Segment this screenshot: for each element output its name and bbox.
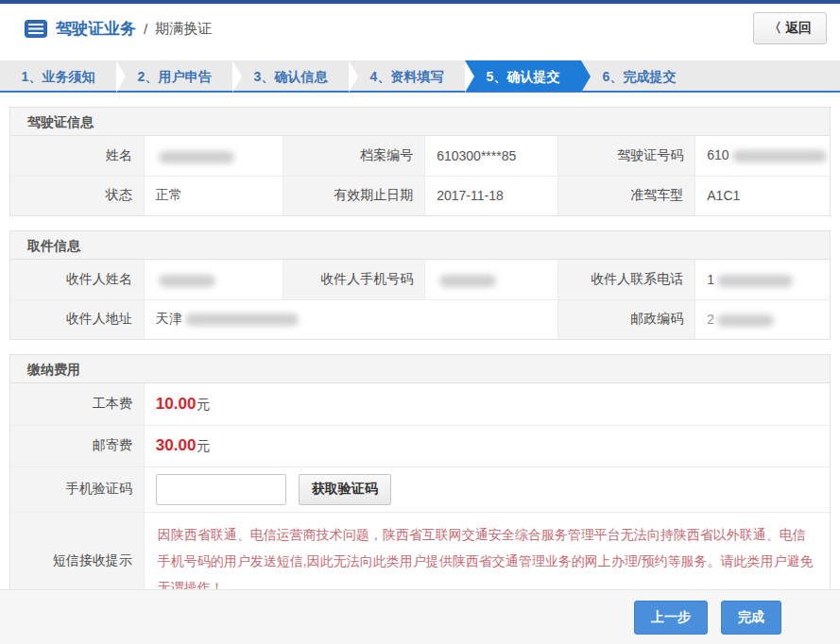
license-info-panel: 驾驶证信息 姓名 档案编号 610300****85 驾驶证号码 610〈 状态… [9,107,831,216]
breadcrumb-divider: / [144,21,147,37]
step-2-user-declaration[interactable]: 2、用户申告 [116,60,232,91]
recipient-phone-value: 1 [695,260,830,299]
back-button-label: 返回 [785,20,812,35]
recipient-name-label: 收件人姓名 [10,260,144,299]
step-wizard: 1、业务须知 2、用户申告 3、确认信息 4、资料填写 5、确认提交 6、完成提… [0,60,840,93]
license-info-title: 驾驶证信息 [10,108,830,136]
table-row: 邮寄费 30.00元 [10,425,830,466]
fees-table: 工本费 10.00元 邮寄费 30.00元 手机验证码 获取验证码 短信接收提示… [10,383,830,609]
sms-code-cell: 获取验证码 [144,466,830,512]
license-number-label: 驾驶证号码 [558,136,695,176]
name-value [144,136,283,176]
table-row: 手机验证码 获取验证码 [10,466,830,512]
license-number-value: 610〈 [695,136,830,176]
vehicle-class-label: 准驾车型 [558,176,695,215]
recipient-name-value [144,260,283,299]
pickup-info-table: 收件人姓名 收件人手机号码 收件人联系电话 1 收件人地址 天津 邮政编码 2 [10,260,830,339]
step-4-fill-data[interactable]: 4、资料填写 [349,60,465,91]
fees-title: 缴纳费用 [10,355,830,383]
breadcrumb-current: 期满换证 [155,20,212,38]
sms-notice-text: 因陕西省联通、电信运营商技术问题，陕西省互联网交通安全综合服务管理平台无法向持陕… [158,521,816,601]
expiry-label: 有效期止日期 [283,176,425,215]
file-number-value: 610300****85 [425,136,558,176]
file-number-label: 档案编号 [283,136,425,176]
redacted-value [717,275,793,287]
table-row: 收件人姓名 收件人手机号码 收件人联系电话 1 [10,260,830,299]
recipient-mobile-value [425,260,558,299]
post-fee-label: 邮寄费 [10,425,144,466]
step-1-business-notice[interactable]: 1、业务须知 [0,60,116,91]
get-sms-code-button[interactable]: 获取验证码 [299,474,391,505]
name-label: 姓名 [10,136,144,176]
expiry-value: 2017-11-18 [425,176,558,215]
sms-code-label: 手机验证码 [10,466,144,512]
currency-unit: 元 [197,438,210,453]
page-header: 驾驶证业务 / 期满换证 〈返回 [0,4,840,53]
step-6-finish-submit[interactable]: 6、完成提交 [581,60,697,91]
sms-code-input[interactable] [156,474,286,505]
redacted-value [185,314,299,326]
status-value: 正常 [144,176,283,215]
work-fee-value: 10.00元 [144,383,830,425]
vehicle-class-value: A1C1 [695,176,830,215]
status-label: 状态 [10,176,144,215]
postcode-value: 2 [695,299,830,339]
pickup-info-panel: 取件信息 收件人姓名 收件人手机号码 收件人联系电话 1 收件人地址 天津 邮政… [9,230,831,340]
address-value: 天津 [144,299,558,339]
step-3-confirm-info[interactable]: 3、确认信息 [232,60,349,91]
footer-action-bar: 上一步 完成 [0,589,840,644]
license-info-table: 姓名 档案编号 610300****85 驾驶证号码 610〈 状态 正常 有效… [10,136,830,215]
fees-panel: 缴纳费用 工本费 10.00元 邮寄费 30.00元 手机验证码 获取验证码 短… [9,354,831,610]
redacted-value [159,275,215,287]
work-fee-label: 工本费 [10,383,144,425]
redacted-value [159,151,234,163]
table-row: 姓名 档案编号 610300****85 驾驶证号码 610〈 [10,136,830,176]
table-row: 收件人地址 天津 邮政编码 2 [10,299,830,339]
post-fee-value: 30.00元 [144,425,830,466]
recipient-mobile-label: 收件人手机号码 [283,260,425,299]
chevron-left-icon: 〈 [768,20,781,35]
form-list-icon [25,20,47,38]
currency-unit: 元 [197,397,210,412]
back-button[interactable]: 〈返回 [753,12,827,44]
table-row: 工本费 10.00元 [10,383,830,425]
page-title: 驾驶证业务 [56,18,136,40]
finish-button[interactable]: 完成 [721,601,781,635]
address-label: 收件人地址 [10,299,144,339]
postcode-label: 邮政编码 [558,299,695,339]
redacted-value [717,314,774,327]
step-5-confirm-submit[interactable]: 5、确认提交 [465,60,581,91]
redacted-value [732,150,827,162]
recipient-phone-label: 收件人联系电话 [558,260,695,299]
previous-step-button[interactable]: 上一步 [634,601,708,635]
pickup-info-title: 取件信息 [10,231,830,260]
table-row: 状态 正常 有效期止日期 2017-11-18 准驾车型 A1C1 [10,176,830,215]
redacted-value [439,275,496,287]
